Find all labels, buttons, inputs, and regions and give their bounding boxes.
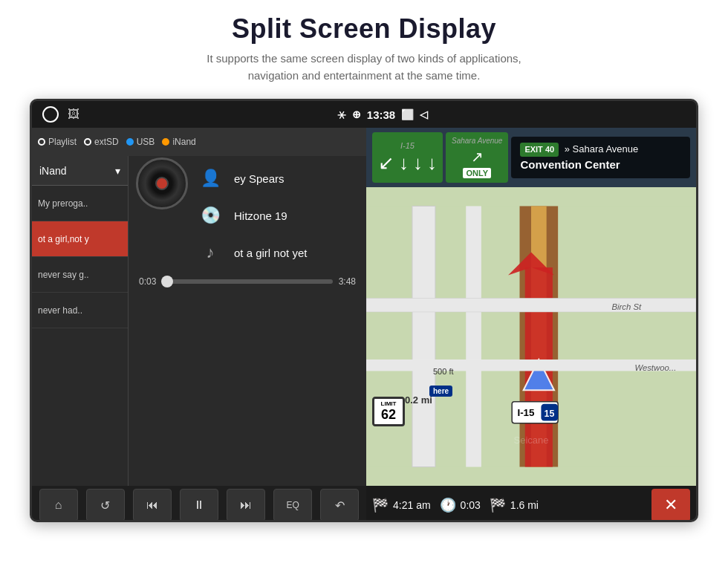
track-row: ♪ ot a girl not yet	[197, 239, 359, 266]
svg-text:15: 15	[545, 409, 555, 419]
nav-separator: »	[562, 143, 572, 155]
playlist-item-2[interactable]: never say g..	[32, 257, 128, 293]
ft500-label: 500 ft	[433, 367, 454, 376]
artist-row: 👤 ey Spears	[197, 165, 359, 192]
exit-badge: EXIT 40	[520, 143, 559, 157]
arrow-left: ↙	[378, 152, 394, 175]
page-header: Split Screen Display It supports the sam…	[0, 0, 728, 91]
playlist-items: My preroga.. ot a girl,not y never say g…	[32, 186, 128, 486]
window-icon: ⬜	[401, 108, 414, 120]
nav-signs: I-15 ↙ ↓ ↓ ↓ Sahara Avenue ↗ ONLY EXIT 4…	[366, 128, 696, 187]
location-icon: ⊕	[352, 108, 361, 120]
clock-elapsed-icon: 🕐	[440, 497, 456, 513]
controls-bar: ⌂ ↺ ⏮ ⏸ ⏭ EQ ↶	[32, 486, 366, 522]
main-content: Playlist extSD USB iNand	[32, 128, 696, 522]
speed-value: 62	[381, 407, 397, 423]
time-total: 3:48	[339, 276, 356, 287]
nav-bottom: 🏁 4:21 am 🕐 0:03 🏁 1.6 mi ✕	[366, 486, 696, 522]
source-tab-extsd[interactable]: extSD	[84, 137, 119, 147]
progress-track[interactable]	[162, 279, 332, 284]
only-arrow-icon: ↗	[471, 148, 484, 166]
clock-time: 13:38	[367, 108, 395, 121]
map-svg: Birch St Westwoo... I-15 15	[366, 187, 696, 486]
highway-arrows: ↙ ↓ ↓ ↓	[378, 152, 437, 175]
nav-remaining-block: 🏁 1.6 mi	[490, 497, 539, 513]
arrow-down2: ↓	[413, 152, 423, 175]
circle-icon	[42, 106, 59, 123]
playlist-item-0[interactable]: My preroga..	[32, 186, 128, 221]
playlist-item-3[interactable]: never had..	[32, 293, 128, 328]
prev-button[interactable]: ⏮	[133, 489, 172, 521]
progress-bar-area: 0:03 3:48	[136, 276, 359, 287]
playlist-sidebar: iNand ▾ My preroga.. ot a girl,not y nev…	[32, 156, 129, 486]
next-button[interactable]: ⏭	[227, 489, 265, 521]
arrow-down3: ↓	[427, 152, 437, 175]
flag-start-icon: 🏁	[372, 497, 389, 513]
highway-sign: I-15 ↙ ↓ ↓ ↓	[372, 132, 443, 183]
source-label-extsd: extSD	[94, 137, 119, 147]
nav-elapsed-block: 🕐 0:03	[440, 497, 481, 513]
source-selector[interactable]: iNand ▾	[32, 156, 128, 186]
speed-limit-sign: LIMIT 62	[372, 397, 405, 426]
source-label-playlist: Playlist	[48, 137, 77, 147]
radio-dot-inand	[162, 138, 169, 146]
music-note-icon: ♪	[197, 239, 224, 266]
elapsed-time: 0:03	[461, 499, 481, 511]
nav-bottom-info: 🏁 4:21 am 🕐 0:03 🏁 1.6 mi	[372, 497, 651, 513]
map-area: Birch St Westwoo... I-15 15 LIMIT 62	[366, 187, 696, 486]
person-icon: 👤	[197, 165, 224, 192]
nav-close-button[interactable]: ✕	[651, 489, 690, 521]
remaining-dist: 1.6 mi	[510, 499, 539, 511]
svg-rect-8	[366, 298, 696, 312]
home-button[interactable]: ⌂	[39, 489, 78, 521]
source-tabs: Playlist extSD USB iNand	[32, 128, 366, 156]
radio-dot-extsd	[84, 138, 91, 146]
radio-dot-playlist	[38, 138, 45, 146]
artist-name: ey Spears	[234, 172, 285, 185]
status-bar-center: ⚹ ⊕ 13:38 ⬜ ◁	[337, 108, 428, 121]
nav-street1: Sahara Avenue	[573, 143, 639, 155]
eta-time: 4:21 am	[393, 499, 431, 511]
nav-info-box: EXIT 40 » Sahara Avenue Convention Cente…	[511, 137, 690, 178]
svg-rect-1	[412, 206, 435, 466]
play-pause-button[interactable]: ⏸	[180, 489, 218, 521]
page-subtitle: It supports the same screen display of t…	[0, 51, 728, 84]
chevron-down-icon: ▾	[115, 165, 120, 177]
arrow-down: ↓	[399, 152, 409, 175]
only-sign: Sahara Avenue ↗ ONLY	[446, 132, 508, 183]
playlist-item-1[interactable]: ot a girl,not y	[32, 221, 128, 257]
device-frame: 🖼 ⚹ ⊕ 13:38 ⬜ ◁ Playlist extSD	[30, 99, 698, 522]
svg-text:Westwoo...: Westwoo...	[634, 363, 676, 372]
source-tab-usb[interactable]: USB	[126, 137, 155, 147]
source-label-inand: iNand	[172, 137, 195, 147]
disc-icon: 💿	[197, 202, 224, 229]
music-panel: Playlist extSD USB iNand	[32, 128, 366, 522]
here-badge: here	[429, 386, 452, 397]
svg-text:I-15: I-15	[517, 407, 535, 418]
nav-eta-block: 🏁 4:21 am	[372, 497, 431, 513]
radio-dot-usb	[126, 138, 134, 146]
source-label-usb: USB	[137, 137, 155, 147]
eq-button[interactable]: EQ	[273, 489, 312, 521]
page-title: Split Screen Display	[0, 13, 728, 45]
nav-panel: I-15 ↙ ↓ ↓ ↓ Sahara Avenue ↗ ONLY EXIT 4…	[366, 128, 696, 522]
repeat-button[interactable]: ↺	[86, 489, 125, 521]
album-name: Hitzone 19	[234, 209, 287, 222]
source-tab-playlist[interactable]: Playlist	[38, 137, 77, 147]
vinyl-center	[155, 177, 169, 190]
distance-text: 0.2 mi	[405, 394, 432, 406]
music-body: iNand ▾ My preroga.. ot a girl,not y nev…	[32, 156, 366, 486]
track-name: ot a girl not yet	[234, 247, 307, 259]
track-info: 👤 ey Spears 💿 Hitzone 19 ♪ ot a girl not…	[197, 165, 359, 266]
image-icon: 🖼	[68, 108, 79, 121]
progress-thumb[interactable]	[161, 276, 173, 287]
back-icon: ◁	[420, 108, 428, 120]
svg-rect-2	[466, 206, 481, 466]
nav-instruction: Convention Center	[520, 157, 681, 172]
back-button[interactable]: ↶	[320, 489, 359, 521]
time-elapsed: 0:03	[139, 276, 156, 287]
album-row: 💿 Hitzone 19	[197, 202, 359, 229]
source-tab-inand[interactable]: iNand	[162, 137, 195, 147]
status-bar-left: 🖼	[42, 106, 79, 123]
player-area: 👤 ey Spears 💿 Hitzone 19 ♪ ot a girl not…	[129, 156, 366, 486]
